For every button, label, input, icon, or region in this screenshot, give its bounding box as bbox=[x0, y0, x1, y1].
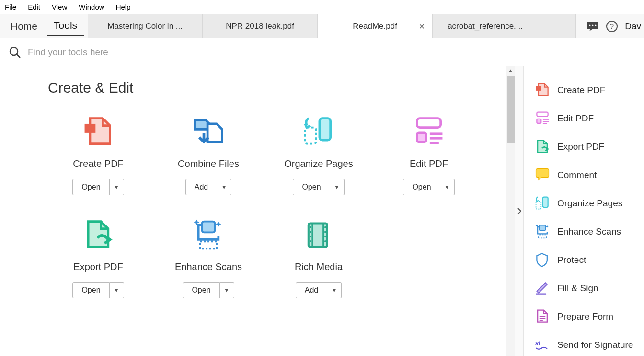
svg-line-37 bbox=[17, 54, 20, 58]
home-button[interactable]: Home bbox=[4, 17, 44, 36]
add-button[interactable]: Add bbox=[185, 179, 217, 195]
main-area: Create & Edit Create PDF Open▼ Combine F… bbox=[0, 66, 644, 356]
edit-pdf-icon bbox=[534, 110, 551, 127]
document-tab[interactable]: ReadMe.pdf × bbox=[318, 14, 433, 38]
document-tab[interactable]: Mastering Color in ... bbox=[88, 14, 203, 38]
tab-label: ReadMe.pdf bbox=[353, 22, 397, 31]
form-icon bbox=[534, 309, 551, 325]
sidebar: Create PDF Edit PDF Export PDF Comment O… bbox=[523, 66, 644, 356]
comment-icon bbox=[534, 167, 551, 183]
tool-label: Edit PDF bbox=[410, 158, 448, 169]
tool-label: Create PDF bbox=[73, 158, 124, 169]
search-bar bbox=[0, 38, 644, 66]
tab-bar: Home Tools Mastering Color in ... NPR 20… bbox=[0, 14, 644, 38]
sidebar-item-label: Export PDF bbox=[557, 142, 604, 152]
sidebar-item-label: Comment bbox=[557, 170, 597, 180]
tool-combine-files: Combine Files Add▼ bbox=[158, 113, 259, 195]
tool-label: Combine Files bbox=[178, 158, 239, 169]
tool-label: Organize Pages bbox=[284, 158, 353, 169]
tool-rich-media: Rich Media Add▼ bbox=[268, 216, 369, 298]
tool-organize-pages: Organize Pages Open▼ bbox=[268, 113, 369, 195]
tool-create-pdf: Create PDF Open▼ bbox=[48, 113, 149, 195]
sidebar-item-organize-pages[interactable]: Organize Pages bbox=[534, 189, 639, 217]
svg-point-33 bbox=[595, 24, 597, 26]
menubar: File Edit View Window Help bbox=[0, 0, 644, 14]
tabbar-right: ? Dav bbox=[575, 14, 644, 38]
nav-group: Home Tools bbox=[0, 14, 88, 38]
svg-text:?: ? bbox=[610, 22, 614, 30]
chevron-right-icon bbox=[518, 208, 521, 214]
dropdown-button[interactable]: ▼ bbox=[330, 179, 345, 195]
dropdown-button[interactable]: ▼ bbox=[220, 282, 234, 298]
edit-pdf-icon bbox=[410, 113, 448, 151]
close-icon[interactable]: × bbox=[419, 22, 425, 31]
sidebar-collapse-button[interactable] bbox=[515, 66, 523, 356]
open-button[interactable]: Open bbox=[403, 179, 440, 195]
organize-pages-icon bbox=[300, 113, 337, 151]
organize-pages-icon bbox=[534, 195, 551, 212]
scroll-thumb[interactable] bbox=[507, 76, 515, 143]
tool-label: Rich Media bbox=[295, 261, 343, 273]
tool-edit-pdf: Edit PDF Open▼ bbox=[379, 113, 479, 195]
dropdown-button[interactable]: ▼ bbox=[110, 179, 124, 195]
search-icon bbox=[9, 46, 21, 59]
signature-icon bbox=[534, 337, 551, 353]
section-title: Create & Edit bbox=[48, 80, 458, 96]
sidebar-item-send-signature[interactable]: Send for Signature bbox=[534, 331, 639, 356]
export-pdf-icon bbox=[80, 216, 117, 254]
add-button[interactable]: Add bbox=[296, 282, 327, 298]
tools-content: Create & Edit Create PDF Open▼ Combine F… bbox=[0, 66, 506, 356]
sidebar-item-edit-pdf[interactable]: Edit PDF bbox=[534, 104, 639, 132]
sidebar-item-fill-sign[interactable]: Fill & Sign bbox=[534, 274, 639, 302]
menu-help[interactable]: Help bbox=[110, 1, 137, 13]
tool-grid: Create PDF Open▼ Combine Files Add▼ Orga… bbox=[48, 113, 458, 298]
export-pdf-icon bbox=[534, 139, 551, 155]
dropdown-button[interactable]: ▼ bbox=[440, 179, 455, 195]
tool-label: Enhance Scans bbox=[175, 261, 242, 273]
user-name[interactable]: Dav bbox=[625, 21, 641, 32]
tool-label: Export PDF bbox=[73, 261, 123, 273]
pen-icon bbox=[534, 280, 551, 297]
document-tab[interactable]: NPR 2018 leak.pdf bbox=[203, 14, 318, 38]
menu-window[interactable]: Window bbox=[73, 1, 110, 13]
document-tab[interactable]: acrobat_reference.... bbox=[433, 14, 538, 38]
create-pdf-icon bbox=[534, 82, 551, 98]
dropdown-button[interactable]: ▼ bbox=[327, 282, 342, 298]
sidebar-item-label: Edit PDF bbox=[557, 113, 594, 124]
open-button[interactable]: Open bbox=[72, 179, 109, 195]
menu-file[interactable]: File bbox=[2, 1, 22, 13]
sidebar-item-label: Enhance Scans bbox=[557, 226, 621, 237]
svg-point-36 bbox=[10, 47, 18, 55]
tools-button[interactable]: Tools bbox=[47, 16, 84, 36]
open-button[interactable]: Open bbox=[293, 179, 330, 195]
sidebar-item-label: Organize Pages bbox=[557, 198, 622, 209]
tool-export-pdf: Export PDF Open▼ bbox=[48, 216, 149, 298]
sidebar-item-export-pdf[interactable]: Export PDF bbox=[534, 132, 639, 161]
svg-point-31 bbox=[589, 24, 591, 26]
open-button[interactable]: Open bbox=[72, 282, 109, 298]
dropdown-button[interactable]: ▼ bbox=[110, 282, 124, 298]
scroll-up-icon[interactable]: ▲ bbox=[506, 66, 515, 75]
sidebar-item-comment[interactable]: Comment bbox=[534, 161, 639, 189]
help-icon[interactable]: ? bbox=[606, 20, 618, 33]
scrollbar[interactable]: ▲ bbox=[506, 66, 515, 356]
tool-enhance-scans: Enhance Scans Open▼ bbox=[158, 216, 259, 298]
combine-files-icon bbox=[190, 113, 227, 151]
tab-label: Mastering Color in ... bbox=[107, 22, 183, 31]
sidebar-item-prepare-form[interactable]: Prepare Form bbox=[534, 302, 639, 331]
sidebar-item-label: Create PDF bbox=[557, 85, 605, 95]
sidebar-item-create-pdf[interactable]: Create PDF bbox=[534, 76, 639, 104]
tab-label: NPR 2018 leak.pdf bbox=[226, 22, 294, 31]
search-input[interactable] bbox=[21, 47, 635, 58]
dropdown-button[interactable]: ▼ bbox=[217, 179, 231, 195]
sidebar-item-label: Protect bbox=[557, 255, 586, 265]
sidebar-item-label: Prepare Form bbox=[557, 311, 613, 322]
open-button[interactable]: Open bbox=[183, 282, 219, 298]
notifications-icon[interactable] bbox=[586, 21, 599, 32]
menu-view[interactable]: View bbox=[46, 1, 73, 13]
sidebar-item-protect[interactable]: Protect bbox=[534, 246, 639, 274]
sidebar-item-enhance-scans[interactable]: Enhance Scans bbox=[534, 217, 639, 246]
rich-media-icon bbox=[300, 216, 337, 254]
menu-edit[interactable]: Edit bbox=[22, 1, 46, 13]
sidebar-item-label: Fill & Sign bbox=[557, 283, 598, 294]
